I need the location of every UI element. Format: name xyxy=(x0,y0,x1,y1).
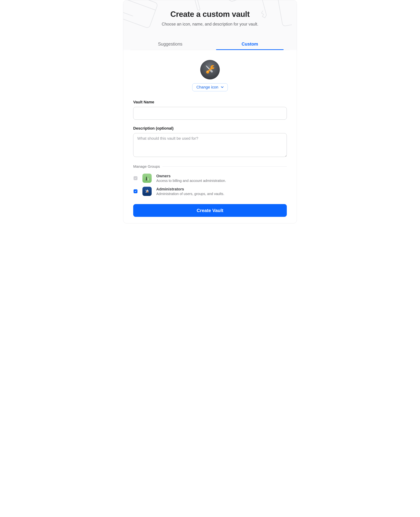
tab-suggestions[interactable]: Suggestions xyxy=(130,39,210,50)
vault-name-input[interactable] xyxy=(133,107,287,120)
change-icon-label: Change icon xyxy=(196,85,218,89)
owners-title: Owners xyxy=(156,174,226,178)
vault-description-label: Description (optional) xyxy=(133,126,287,131)
vault-name-field: Vault Name xyxy=(133,100,287,120)
vault-description-field: Description (optional) xyxy=(133,126,287,158)
owners-desc: Access to billing and account administra… xyxy=(156,179,226,183)
tab-custom[interactable]: Custom xyxy=(210,39,290,50)
create-vault-panel: Create a custom vault Choose an icon, na… xyxy=(123,0,297,223)
group-row-administrators: Administrators Administration of users, … xyxy=(133,186,287,199)
vault-name-label: Vault Name xyxy=(133,100,287,104)
vault-description-input[interactable] xyxy=(133,133,287,157)
vault-icon-block: Change icon xyxy=(133,60,287,91)
tabs: Suggestions Custom xyxy=(130,39,290,50)
check-icon xyxy=(134,177,137,179)
chevron-down-icon xyxy=(220,85,224,89)
check-icon xyxy=(134,190,137,192)
manage-groups-legend: Manage Groups xyxy=(133,164,160,169)
group-row-owners: Owners Access to billing and account adm… xyxy=(133,172,287,186)
manage-groups-section: Manage Groups xyxy=(133,164,287,199)
divider xyxy=(163,166,287,167)
form-body: Change icon Vault Name Description (opti… xyxy=(123,50,297,223)
svg-point-4 xyxy=(254,0,266,1)
chess-icon xyxy=(142,174,152,183)
wrench-cross-icon xyxy=(142,187,152,196)
page-title: Create a custom vault xyxy=(130,10,290,19)
svg-line-1 xyxy=(123,0,156,10)
tools-icon xyxy=(203,63,217,77)
hero: Create a custom vault Choose an icon, na… xyxy=(123,0,297,50)
page-subtitle: Choose an icon, name, and description fo… xyxy=(130,22,290,27)
administrators-title: Administrators xyxy=(156,187,224,192)
owners-checkbox xyxy=(134,176,137,180)
administrators-desc: Administration of users, groups, and vau… xyxy=(156,192,224,196)
create-vault-button[interactable]: Create Vault xyxy=(133,204,287,217)
administrators-checkbox[interactable] xyxy=(134,189,137,193)
vault-icon-preview xyxy=(200,60,220,79)
change-icon-button[interactable]: Change icon xyxy=(192,83,228,91)
